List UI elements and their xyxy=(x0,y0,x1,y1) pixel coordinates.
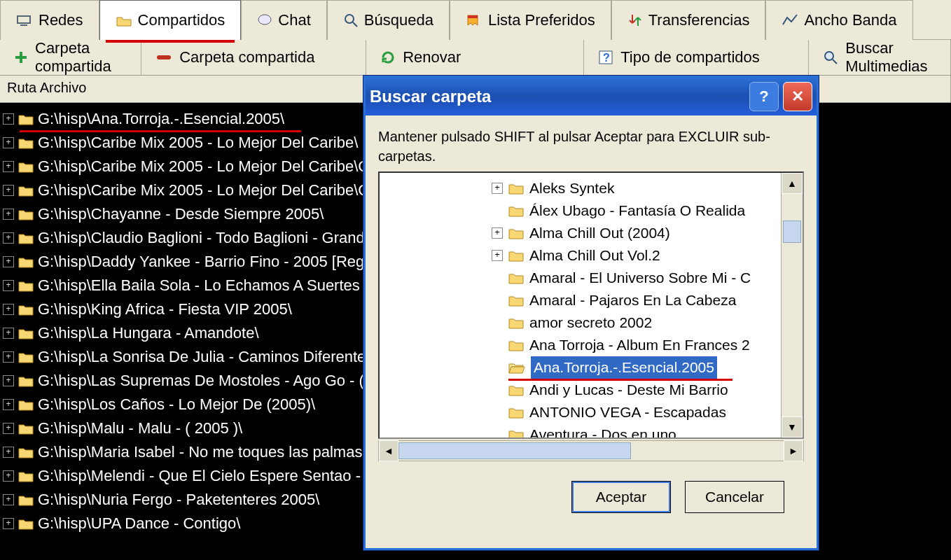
tab-label: Transferencias xyxy=(648,11,750,29)
folder-icon xyxy=(18,398,34,411)
tree-item[interactable]: Amaral - El Universo Sobre Mi - C xyxy=(492,267,777,289)
folder-path: G:\hisp\Maria Isabel - No me toques las … xyxy=(38,440,362,464)
scroll-thumb[interactable] xyxy=(783,220,801,243)
share-type-button[interactable]: ? Tipo de compartidos xyxy=(584,40,809,75)
expand-icon[interactable]: + xyxy=(3,256,14,267)
search-icon xyxy=(343,13,359,28)
expand-icon[interactable]: + xyxy=(492,250,503,261)
scroll-left-button[interactable]: ◄ xyxy=(379,440,398,461)
tab-preferidos[interactable]: Lista Preferidos xyxy=(450,0,611,40)
expand-icon[interactable]: + xyxy=(3,161,14,172)
browse-folder-dialog: Buscar carpeta ? ✕ Mantener pulsado SHIF… xyxy=(363,76,819,550)
expand-icon[interactable]: + xyxy=(3,375,14,386)
tree-item[interactable]: Ana.Torroja.-.Esencial.2005 xyxy=(492,356,777,379)
expand-icon[interactable]: + xyxy=(3,280,14,291)
tree-item[interactable]: +Aleks Syntek xyxy=(492,177,777,200)
expand-icon[interactable]: + xyxy=(3,518,14,529)
main-tabbar: Redes Compartidos Chat Búsqueda Lista Pr… xyxy=(0,0,951,40)
tree-item[interactable]: ANTONIO VEGA - Escapadas xyxy=(492,401,777,424)
dialog-title: Buscar carpeta xyxy=(370,87,491,106)
tab-busqueda[interactable]: Búsqueda xyxy=(327,0,450,40)
bandwidth-icon xyxy=(782,13,798,27)
tree-item-label: Andi y Lucas - Deste Mi Barrio xyxy=(529,379,728,401)
expand-icon[interactable]: + xyxy=(3,328,14,339)
expand-icon[interactable]: + xyxy=(3,113,14,125)
tree-item-label: Alma Chill Out Vol.2 xyxy=(529,244,660,267)
folder-icon xyxy=(18,303,34,316)
folder-icon xyxy=(508,428,524,439)
folder-icon xyxy=(508,384,524,396)
horizontal-scrollbar[interactable]: ◄ ► xyxy=(378,440,804,461)
tree-item[interactable]: Ana Torroja - Album En Frances 2 xyxy=(492,334,777,356)
vertical-scrollbar[interactable]: ▲ ▼ xyxy=(781,173,803,438)
expand-icon[interactable]: + xyxy=(3,494,14,505)
folder-icon xyxy=(508,294,524,307)
expand-icon[interactable]: + xyxy=(3,185,14,196)
folder-icon xyxy=(18,517,34,530)
svg-line-9 xyxy=(833,59,837,64)
folder-icon xyxy=(18,446,34,458)
tree-item[interactable]: +Alma Chill Out (2004) xyxy=(492,222,777,244)
svg-rect-0 xyxy=(18,16,30,23)
expand-icon[interactable]: + xyxy=(3,304,14,315)
scroll-up-button[interactable]: ▲ xyxy=(782,173,803,194)
expand-icon[interactable]: + xyxy=(3,470,14,482)
expand-icon[interactable]: + xyxy=(3,209,14,220)
expand-icon[interactable]: + xyxy=(3,137,14,148)
dialog-titlebar[interactable]: Buscar carpeta ? ✕ xyxy=(366,78,817,115)
tree-item-label: Amaral - Pajaros En La Cabeza xyxy=(529,289,736,312)
dialog-instruction: Mantener pulsado SHIFT al pulsar Aceptar… xyxy=(378,127,804,166)
tree-item[interactable]: Aventura - Dos en uno xyxy=(492,424,777,439)
tree-item[interactable]: +Alma Chill Out Vol.2 xyxy=(492,244,777,267)
folder-icon xyxy=(508,249,524,262)
expand-icon[interactable]: + xyxy=(3,232,14,244)
expand-icon[interactable]: + xyxy=(3,399,14,410)
tree-item-label: amor secreto 2002 xyxy=(529,312,652,334)
cancel-button[interactable]: Cancelar xyxy=(685,481,784,513)
dialog-close-button[interactable]: ✕ xyxy=(783,82,812,111)
folder-tree[interactable]: +Aleks SyntekÁlex Ubago - Fantasía O Rea… xyxy=(378,172,804,439)
tab-ancho-banda[interactable]: Ancho Banda xyxy=(765,0,912,40)
remove-shared-folder-button[interactable]: Carpeta compartida xyxy=(141,40,366,75)
folder-icon xyxy=(18,255,34,268)
tree-item[interactable]: Álex Ubago - Fantasía O Realida xyxy=(492,200,777,222)
folder-icon xyxy=(508,272,524,284)
folder-path: G:\hisp\Ella Baila Sola - Lo Echamos A S… xyxy=(38,274,373,298)
ok-button[interactable]: Aceptar xyxy=(571,481,671,513)
folder-path: G:\hisp\Chayanne - Desde Siempre 2005\ xyxy=(38,202,324,226)
tree-item-label: Aventura - Dos en uno xyxy=(529,424,676,439)
expand-icon[interactable]: + xyxy=(492,227,503,239)
shared-folder-icon xyxy=(116,13,132,27)
folder-icon xyxy=(508,204,524,217)
tab-chat[interactable]: Chat xyxy=(241,0,326,40)
tree-item[interactable]: Andi y Lucas - Deste Mi Barrio xyxy=(492,379,777,401)
hscroll-thumb[interactable] xyxy=(398,442,631,459)
tab-label: Chat xyxy=(278,11,310,29)
tab-transferencias[interactable]: Transferencias xyxy=(611,0,766,40)
folder-path: G:\hisp\Nuria Fergo - Paketenteres 2005\ xyxy=(38,488,319,512)
refresh-icon xyxy=(380,50,396,65)
scroll-down-button[interactable]: ▼ xyxy=(782,416,803,438)
refresh-button[interactable]: Renovar xyxy=(366,40,584,75)
tab-label: Búsqueda xyxy=(364,11,433,29)
search-media-button[interactable]: Buscar Multimedias xyxy=(809,40,951,75)
column-header-path[interactable]: Ruta Archivo xyxy=(0,76,379,102)
tree-item-label: Álex Ubago - Fantasía O Realida xyxy=(529,200,745,222)
tab-redes[interactable]: Redes xyxy=(0,0,99,40)
svg-rect-1 xyxy=(20,24,27,26)
expand-icon[interactable]: + xyxy=(492,183,503,194)
expand-icon[interactable]: + xyxy=(3,423,14,434)
tab-compartidos[interactable]: Compartidos xyxy=(99,0,242,40)
tree-item-label: Ana.Torroja.-.Esencial.2005 xyxy=(531,356,717,379)
folder-icon xyxy=(508,316,524,329)
tree-item[interactable]: Amaral - Pajaros En La Cabeza xyxy=(492,289,777,312)
svg-line-4 xyxy=(353,22,357,27)
add-shared-folder-button[interactable]: Carpeta compartida xyxy=(0,40,141,75)
expand-icon[interactable]: + xyxy=(3,351,14,363)
dialog-help-button[interactable]: ? xyxy=(749,82,779,111)
button-label: Carpeta compartida xyxy=(35,39,127,76)
tree-item[interactable]: amor secreto 2002 xyxy=(492,312,777,334)
scroll-right-button[interactable]: ► xyxy=(784,440,803,461)
expand-icon[interactable]: + xyxy=(3,447,14,458)
folder-icon xyxy=(508,361,525,374)
